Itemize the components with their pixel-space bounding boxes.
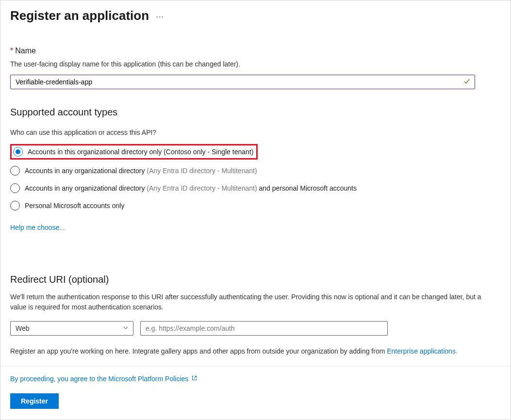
check-icon (463, 78, 470, 86)
external-link-icon (191, 375, 198, 383)
enterprise-applications-link[interactable]: Enterprise applications. (387, 347, 458, 355)
radio-label: Personal Microsoft accounts only (25, 202, 124, 210)
page-header: Register an application ⋯ (10, 8, 501, 23)
radio-icon (10, 183, 20, 193)
page-title: Register an application (10, 8, 149, 23)
name-input[interactable] (10, 75, 475, 89)
radio-label: Accounts in this organizational director… (28, 148, 253, 156)
platform-select-value: Web (10, 321, 133, 336)
required-asterisk: * (10, 47, 13, 55)
radio-label: Accounts in any organizational directory… (25, 167, 257, 175)
name-field-block: *Name The user-facing display name for t… (10, 47, 501, 89)
redirect-heading: Redirect URI (optional) (10, 274, 501, 285)
radio-option-multitenant-personal[interactable]: Accounts in any organizational directory… (10, 182, 501, 194)
register-note: Register an app you're working on here. … (10, 347, 501, 355)
help-me-choose-link[interactable]: Help me choose... (10, 224, 65, 231)
account-types-heading: Supported account types (10, 107, 501, 118)
radio-option-personal-only[interactable]: Personal Microsoft accounts only (10, 199, 501, 212)
name-label: Name (15, 47, 36, 55)
radio-icon (10, 201, 20, 210)
platform-policies-link[interactable]: By proceeding, you agree to the Microsof… (10, 375, 198, 383)
redirect-section: Redirect URI (optional) We'll return the… (10, 274, 501, 355)
register-button[interactable]: Register (10, 393, 59, 409)
radio-icon (13, 147, 23, 157)
account-types-section: Supported account types Who can use this… (10, 107, 501, 257)
footer-divider (0, 366, 511, 366)
platform-select[interactable]: Web (10, 321, 133, 336)
redirect-description: We'll return the authentication response… (10, 292, 495, 312)
radio-option-multitenant[interactable]: Accounts in any organizational directory… (10, 164, 501, 177)
redirect-uri-input[interactable] (140, 321, 388, 336)
account-types-question: Who can use this application or access t… (10, 129, 501, 136)
radio-icon (10, 166, 20, 176)
radio-option-single-tenant[interactable]: Accounts in this organizational director… (10, 144, 258, 160)
more-icon[interactable]: ⋯ (156, 10, 164, 21)
name-hint: The user-facing display name for this ap… (10, 60, 501, 68)
radio-label: Accounts in any organizational directory… (25, 184, 357, 192)
account-types-radio-group: Accounts in this organizational director… (10, 144, 501, 212)
